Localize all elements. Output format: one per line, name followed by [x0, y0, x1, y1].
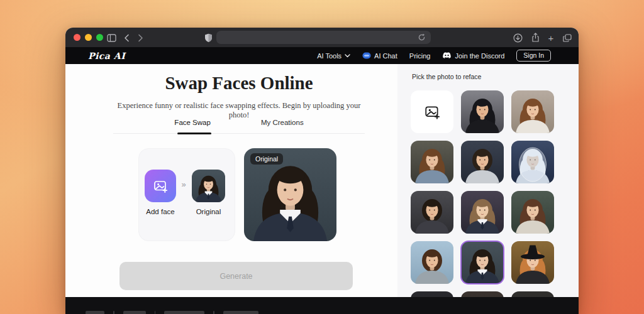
nav-ai-chat[interactable]: AI Chat — [362, 52, 397, 60]
zoom-window-button[interactable] — [96, 34, 103, 41]
sign-in-button[interactable]: Sign In — [516, 50, 551, 62]
nav-pricing[interactable]: Pricing — [409, 52, 431, 60]
photo-thumbnail-girl-school-uniform-selected[interactable] — [461, 241, 504, 284]
downloads-icon[interactable] — [512, 32, 523, 43]
ai-chat-icon — [362, 52, 371, 59]
add-face-label: Add face — [145, 208, 176, 215]
page-title: Swap Faces Online — [113, 73, 365, 94]
chevron-down-icon — [345, 54, 350, 58]
photo-thumbnail-man-dark-hair-yearbook[interactable] — [461, 141, 504, 183]
photo-thumbnail-girl-light-brown-hair-uniform[interactable] — [461, 191, 504, 234]
forward-icon[interactable] — [135, 32, 146, 43]
add-face-button[interactable] — [145, 170, 176, 202]
back-icon[interactable] — [121, 32, 132, 43]
photo-thumbnail-witch-orange-hair-hat[interactable] — [511, 241, 554, 284]
face-swap-main: Swap Faces Online Experience funny or re… — [113, 64, 365, 314]
image-plus-icon — [424, 104, 440, 120]
photo-thumbnail-man-wavy-hair-dark[interactable] — [411, 191, 453, 234]
photo-picker-panel: Pick the photo to reface — [397, 64, 579, 310]
original-thumb-label: Original — [192, 208, 225, 215]
original-face-thumbnail[interactable] — [192, 170, 225, 202]
arrow-separator: » — [177, 180, 191, 189]
upload-photo-cell[interactable] — [411, 90, 453, 133]
site-navbar: Pica AI AI Tools AI Chat Pricing Join th… — [65, 47, 579, 64]
minimize-window-button[interactable] — [85, 34, 92, 41]
address-bar[interactable] — [216, 31, 431, 44]
close-window-button[interactable] — [74, 34, 80, 41]
upload-card: » Add face Original — [138, 148, 235, 241]
photo-thumbnail-woman-yearbook-brown-hair[interactable] — [511, 90, 554, 133]
photo-thumbnail-woman-black-hair-leather-jacket[interactable] — [461, 90, 504, 133]
generate-button[interactable]: Generate — [119, 262, 353, 290]
traffic-lights — [74, 34, 103, 41]
photo-thumbnail-woman-brown-hair-teal[interactable] — [511, 191, 554, 234]
photo-thumbnail-woman-wavy-hair-denim[interactable] — [411, 141, 453, 183]
discord-icon — [442, 52, 452, 59]
photo-thumbnail-man-curly-hair-lightblue[interactable] — [411, 241, 453, 284]
tab-overview-icon[interactable] — [562, 32, 573, 43]
new-tab-icon[interactable]: + — [545, 32, 557, 43]
photo-grid — [411, 90, 554, 310]
privacy-shield-icon[interactable] — [203, 32, 214, 43]
nav-ai-tools[interactable]: AI Tools — [317, 52, 350, 60]
nav-join-discord[interactable]: Join the Discord — [442, 52, 504, 60]
tab-divider — [113, 133, 365, 134]
image-plus-icon — [153, 178, 168, 193]
page-background: + Pica AI AI Tools AI Chat Pricing — [0, 0, 644, 314]
pica-ai-logo[interactable]: Pica AI — [88, 51, 125, 61]
footer-links-cutoff — [86, 311, 258, 314]
share-icon[interactable] — [530, 32, 541, 43]
photo-picker-heading: Pick the photo to reface — [412, 73, 481, 80]
site-footer — [65, 297, 579, 314]
sidebar-toggle-icon[interactable] — [106, 32, 117, 43]
browser-toolbar: + — [65, 28, 579, 47]
photo-thumbnail-ghost-bride-veil[interactable] — [511, 141, 554, 183]
tab-bar: Face Swap My Creations — [113, 116, 365, 129]
reload-icon[interactable] — [418, 33, 427, 42]
tab-face-swap[interactable]: Face Swap — [174, 116, 211, 129]
active-tab-underline — [177, 133, 211, 134]
browser-window: + Pica AI AI Tools AI Chat Pricing — [65, 28, 579, 314]
original-badge: Original — [250, 153, 283, 165]
tab-my-creations[interactable]: My Creations — [261, 116, 304, 129]
